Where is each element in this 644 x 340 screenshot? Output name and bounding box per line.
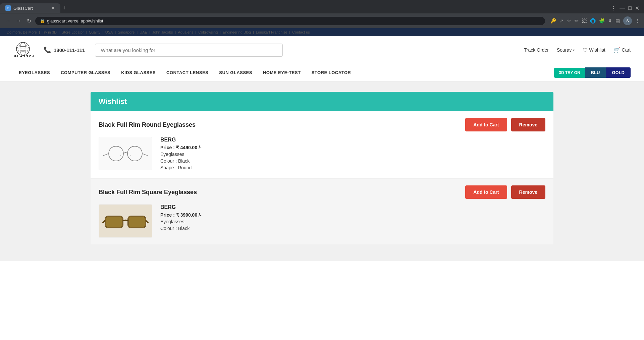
glasses-image-square [102, 210, 149, 232]
profile-avatar[interactable]: S [623, 16, 632, 25]
key-icon[interactable]: 🔑 [550, 18, 556, 23]
earth-icon[interactable]: 🌐 [590, 18, 596, 23]
top-info-bar: Do more, Be More | Try in 3D | Store Loc… [0, 28, 644, 36]
svg-line-8 [103, 154, 109, 156]
svg-rect-12 [105, 216, 123, 228]
sep3: | [86, 30, 87, 34]
wishlist-header: Wishlist [91, 92, 553, 111]
header-search [95, 44, 283, 57]
topbar-do-more[interactable]: Do more, Be More [7, 30, 37, 34]
back-button[interactable]: ← [4, 16, 12, 25]
user-name: Sourav [557, 47, 572, 53]
topbar-john-jacobs[interactable]: John Jacobs [152, 30, 173, 34]
product-price: Price : ₹ 3990.00 /- [160, 212, 545, 218]
cart-label: Cart [622, 47, 631, 53]
cart-link[interactable]: 🛒 Cart [613, 47, 631, 53]
badge-blu[interactable]: BLU [585, 67, 606, 78]
tab-close-icon[interactable]: ✕ [51, 5, 55, 11]
topbar-aqualens[interactable]: Aqualens [178, 30, 193, 34]
user-menu[interactable]: Sourav ▾ [557, 47, 575, 53]
site-logo[interactable]: GLASSCART [13, 42, 34, 58]
tab-title: GlassCart [13, 6, 33, 11]
nav-home-eye-test[interactable]: HOME EYE-TEST [258, 64, 306, 81]
svg-line-10 [120, 155, 121, 156]
add-to-cart-button[interactable]: Add to Cart [465, 185, 507, 199]
new-tab-button[interactable]: + [63, 5, 67, 12]
glasses-image-round [102, 143, 149, 165]
maximize-icon[interactable]: □ [628, 5, 632, 11]
badge-3d-try-on[interactable]: 3D TRY ON [554, 68, 585, 78]
wishlist-item-actions: Add to Cart Remove [465, 185, 545, 199]
sep10: | [220, 30, 221, 34]
sep2: | [59, 30, 60, 34]
sep1: | [39, 30, 40, 34]
nav-badges: 3D TRY ON BLU GOLD [554, 67, 631, 78]
topbar-contact-us[interactable]: Contact us [292, 30, 310, 34]
wishlist-item-body: BERG Price : ₹ 3990.00 /- Eyeglasses Col… [99, 204, 545, 238]
puzzle-icon[interactable]: 🧩 [599, 18, 605, 23]
wishlist-item-header: Black Full Rim Round Eyeglasses Add to C… [99, 118, 545, 131]
browser-chrome: G GlassCart ✕ + ⋮ — □ ✕ ← → ↻ 🔒 glasssca… [0, 0, 644, 28]
browser-menu-icon[interactable]: ⋮ [635, 18, 640, 23]
close-window-icon[interactable]: ✕ [635, 5, 639, 11]
sep9: | [195, 30, 196, 34]
remove-button[interactable]: Remove [511, 118, 545, 131]
sep11: | [253, 30, 254, 34]
badge-gold[interactable]: GOLD [606, 67, 631, 78]
nav-kids-glasses[interactable]: KIDS GLASSES [116, 64, 161, 81]
site-header: GLASSCART 📞 1800-111-111 Track Order Sou… [0, 36, 644, 64]
wishlist-item-body: BERG Price : ₹ 4490.00 /- Eyeglasses Col… [99, 137, 545, 172]
topbar-cobrowsing[interactable]: Cobrowsing [198, 30, 218, 34]
product-price: Price : ₹ 4490.00 /- [160, 145, 545, 150]
wishlist-label: Wishlist [589, 47, 605, 53]
svg-line-11 [130, 155, 131, 156]
main-content: Wishlist Black Full Rim Round Eyeglasses… [0, 82, 644, 261]
wishlist-link[interactable]: ♡ Wishlist [583, 47, 605, 53]
topbar-engineering-blog[interactable]: Engineering Blog [223, 30, 251, 34]
sep7: | [149, 30, 150, 34]
svg-line-9 [142, 154, 148, 156]
nav-eyeglasses[interactable]: EYEGLASSES [13, 64, 55, 81]
nav-sun-glasses[interactable]: SUN GLASSES [214, 64, 258, 81]
download-icon[interactable]: ⬇ [608, 18, 612, 23]
topbar-usa[interactable]: USA [105, 30, 113, 34]
track-order-label: Track Order [524, 47, 549, 53]
wishlist-item: Black Full Rim Square Eyeglasses Add to … [91, 179, 553, 244]
nav-computer-glasses[interactable]: COMPUTER GLASSES [55, 64, 116, 81]
product-brand: BERG [160, 137, 545, 143]
share-icon[interactable]: ↗ [559, 18, 564, 23]
star-icon[interactable]: ☆ [567, 18, 571, 23]
svg-point-7 [127, 146, 142, 161]
reload-button[interactable]: ↻ [25, 16, 33, 25]
site-nav: EYEGLASSES COMPUTER GLASSES KIDS GLASSES… [0, 64, 644, 82]
topbar-quality[interactable]: Quality [89, 30, 100, 34]
sep8: | [175, 30, 176, 34]
nav-contact-lenses[interactable]: CONTACT LENSES [161, 64, 214, 81]
remove-button[interactable]: Remove [511, 185, 545, 199]
address-bar[interactable]: 🔒 glassscart.vercel.app/wishlist [35, 17, 545, 25]
topbar-singapore[interactable]: Singapore [118, 30, 135, 34]
sidebar-icon[interactable]: ▤ [615, 18, 620, 23]
browser-tab[interactable]: G GlassCart ✕ [0, 3, 60, 13]
pen-icon[interactable]: ✏ [575, 18, 579, 23]
lock-icon: 🔒 [40, 18, 45, 23]
add-to-cart-button[interactable]: Add to Cart [465, 118, 507, 131]
site-wrapper: Do more, Be More | Try in 3D | Store Loc… [0, 28, 644, 340]
product-details: BERG Price : ₹ 4490.00 /- Eyeglasses Col… [160, 137, 545, 172]
tab-menu-icon[interactable]: ⋮ [611, 5, 616, 11]
tab-favicon: G [5, 5, 11, 11]
track-order-link[interactable]: Track Order [524, 47, 549, 53]
search-input[interactable] [95, 44, 283, 57]
svg-text:GLASSCART: GLASSCART [14, 54, 34, 58]
svg-point-6 [109, 146, 123, 161]
topbar-try-3d[interactable]: Try in 3D [42, 30, 57, 34]
topbar-lenskart-franchise[interactable]: Lenskart Franchise [256, 30, 287, 34]
topbar-uae[interactable]: UAE [140, 30, 147, 34]
forward-button[interactable]: → [15, 16, 23, 25]
photo-icon[interactable]: 🖼 [582, 18, 587, 23]
topbar-store-locator[interactable]: Store Locator [62, 30, 84, 34]
wishlist-item-header: Black Full Rim Square Eyeglasses Add to … [99, 185, 545, 199]
svg-rect-13 [128, 216, 146, 228]
minimize-icon[interactable]: — [620, 5, 625, 11]
nav-store-locator[interactable]: STORE LOCATOR [306, 64, 357, 81]
